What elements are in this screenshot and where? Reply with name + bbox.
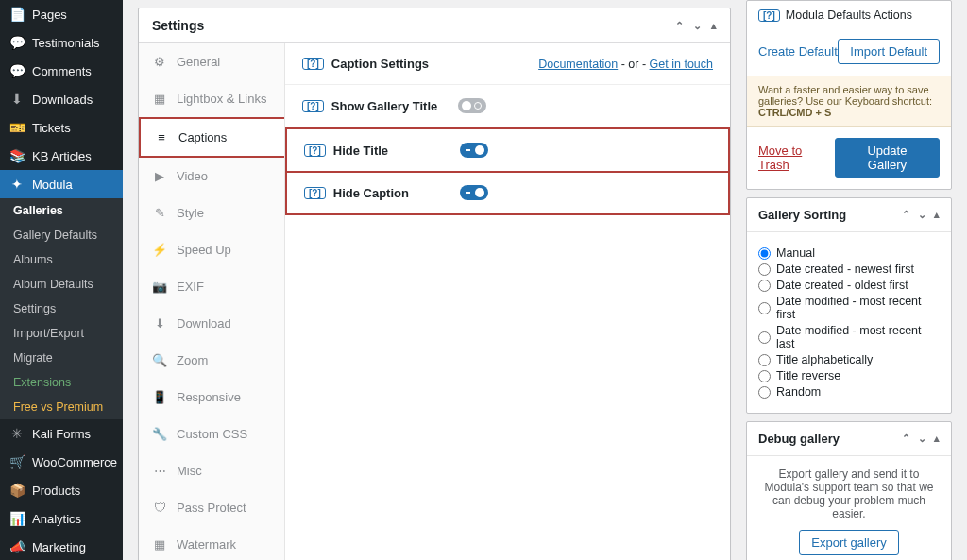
list-icon: ≡ (154, 130, 169, 144)
shield-icon: 🛡 (152, 501, 167, 515)
sidebar-item-kb[interactable]: 📚KB Articles (0, 142, 123, 170)
collapse-icon[interactable]: ▴ (934, 209, 940, 221)
sidebar-item-analytics[interactable]: 📊Analytics (0, 504, 123, 533)
sort-title-az[interactable]: Title alphabetically (758, 353, 940, 366)
link-create-default[interactable]: Create Default (758, 44, 838, 59)
tab-responsive[interactable]: 📱Responsive (139, 379, 284, 416)
sub-migrate[interactable]: Migrate (0, 346, 123, 370)
help-icon[interactable]: [?] (302, 100, 324, 112)
sidebar-item-marketing[interactable]: 📣Marketing (0, 533, 123, 560)
sidebar-item-kaliforms[interactable]: ✳Kali Forms (0, 419, 123, 448)
sub-albums[interactable]: Albums (0, 247, 123, 272)
defaults-title: Modula Defaults Actions (786, 8, 912, 22)
chevron-down-icon[interactable]: ⌄ (918, 433, 926, 445)
help-icon[interactable]: [?] (758, 9, 780, 22)
sub-free-vs-premium[interactable]: Free vs Premium (0, 395, 123, 419)
box-gallery-sorting: Gallery Sorting ⌃ ⌄ ▴ Manual Date create… (746, 197, 952, 414)
sidebar-label: Modula (32, 178, 73, 192)
sidebar-label: Kali Forms (32, 427, 91, 441)
sidebar-label: Comments (32, 64, 92, 78)
comments-icon: 💬 (9, 63, 25, 78)
debug-title: Debug gallery (758, 432, 840, 446)
dots-icon: ⋯ (152, 464, 167, 478)
sidebar-item-tickets[interactable]: 🎫Tickets (0, 113, 123, 142)
sub-settings[interactable]: Settings (0, 297, 123, 321)
tab-lightbox[interactable]: ▦Lightbox & Links (139, 80, 284, 117)
sub-extensions[interactable]: Extensions (0, 370, 123, 395)
tab-download[interactable]: ⬇Download (139, 305, 284, 342)
sort-date-newest[interactable]: Date created - newest first (758, 263, 940, 276)
chevron-up-icon[interactable]: ⌃ (675, 20, 684, 32)
tab-style[interactable]: ✎Style (139, 195, 284, 231)
settings-tabs: ⚙General ▦Lightbox & Links ≡Captions ▶Vi… (139, 43, 285, 560)
tab-customcss[interactable]: 🔧Custom CSS (139, 416, 284, 452)
tab-zoom[interactable]: 🔍Zoom (139, 342, 284, 379)
bolt-icon: ⚡ (152, 243, 167, 257)
modula-submenu: Galleries Gallery Defaults Albums Album … (0, 198, 123, 419)
sort-title-reverse[interactable]: Title reverse (758, 369, 940, 382)
sidebar-label: Marketing (32, 540, 86, 554)
sidebar-item-downloads[interactable]: ⬇Downloads (0, 85, 123, 113)
link-move-to-trash[interactable]: Move to Trash (758, 144, 835, 172)
kaliforms-icon: ✳ (9, 426, 25, 441)
watermark-icon: ▦ (152, 537, 167, 552)
tab-speedup[interactable]: ⚡Speed Up (139, 231, 284, 268)
tab-misc[interactable]: ⋯Misc (139, 452, 284, 489)
sort-date-oldest[interactable]: Date created - oldest first (758, 279, 940, 292)
help-icon[interactable]: [?] (302, 58, 324, 70)
camera-icon: 📷 (152, 280, 167, 294)
tab-video[interactable]: ▶Video (139, 158, 284, 195)
chevron-down-icon[interactable]: ⌄ (918, 209, 926, 221)
btn-export-gallery[interactable]: Export gallery (799, 530, 898, 555)
sub-gallery-defaults[interactable]: Gallery Defaults (0, 223, 123, 247)
chevron-up-icon[interactable]: ⌃ (902, 209, 910, 221)
sorting-title: Gallery Sorting (758, 208, 846, 222)
testimonial-icon: 💬 (9, 35, 25, 50)
box-debug-gallery: Debug gallery ⌃ ⌄ ▴ Export gallery and s… (746, 421, 952, 560)
zoom-icon: 🔍 (152, 353, 167, 367)
sort-mod-recent-last[interactable]: Date modified - most recent last (758, 324, 940, 350)
help-icon[interactable]: [?] (304, 144, 326, 157)
sub-album-defaults[interactable]: Album Defaults (0, 272, 123, 297)
play-icon: ▶ (152, 169, 167, 183)
sidebar-item-testimonials[interactable]: 💬Testimonials (0, 28, 123, 57)
row-hide-title: [?]Hide Title (285, 127, 730, 173)
sort-mod-recent-first[interactable]: Date modified - most recent first (758, 295, 940, 321)
tickets-icon: 🎫 (9, 120, 25, 135)
row-hide-caption: [?]Hide Caption (285, 172, 730, 215)
toggle-show-gallery-title[interactable] (458, 98, 486, 113)
phone-icon: 📱 (152, 390, 167, 404)
sidebar-item-modula[interactable]: ✦Modula (0, 170, 123, 198)
collapse-icon[interactable]: ▴ (711, 20, 717, 32)
tab-passprotect[interactable]: 🛡Pass Protect (139, 489, 284, 526)
chevron-up-icon[interactable]: ⌃ (902, 433, 910, 445)
sort-random[interactable]: Random (758, 385, 940, 399)
sub-import-export[interactable]: Import/Export (0, 321, 123, 346)
toggle-hide-title[interactable] (460, 143, 488, 158)
link-documentation[interactable]: Documentation (538, 58, 618, 71)
sidebar-item-pages[interactable]: 📄Pages (0, 0, 123, 28)
page-icon: 📄 (9, 7, 25, 22)
sub-galleries[interactable]: Galleries (0, 198, 123, 223)
sort-manual[interactable]: Manual (758, 246, 940, 260)
btn-update-gallery[interactable]: Update Gallery (835, 138, 940, 178)
tab-exif[interactable]: 📷EXIF (139, 268, 284, 305)
link-get-in-touch[interactable]: Get in touch (650, 58, 713, 71)
sidebar-item-comments[interactable]: 💬Comments (0, 57, 123, 85)
settings-title: Settings (152, 18, 204, 33)
wp-admin-sidebar: 📄Pages 💬Testimonials 💬Comments ⬇Download… (0, 0, 123, 560)
sidebar-item-woocommerce[interactable]: 🛒WooCommerce (0, 448, 123, 476)
collapse-icon[interactable]: ▴ (934, 433, 940, 445)
or-text: - or - (621, 58, 646, 71)
toggle-hide-caption[interactable] (460, 185, 488, 200)
row-show-gallery-title: [?]Show Gallery Title (285, 85, 730, 127)
help-icon[interactable]: [?] (304, 187, 326, 199)
tab-captions[interactable]: ≡Captions (141, 119, 284, 156)
tab-watermark[interactable]: ▦Watermark (139, 526, 284, 560)
sidebar-item-products[interactable]: 📦Products (0, 476, 123, 504)
chevron-down-icon[interactable]: ⌄ (693, 20, 702, 32)
tab-general[interactable]: ⚙General (139, 43, 284, 80)
debug-text: Export gallery and send it to Modula's s… (758, 467, 940, 520)
woo-icon: 🛒 (9, 454, 25, 469)
btn-import-default[interactable]: Import Default (838, 39, 940, 64)
